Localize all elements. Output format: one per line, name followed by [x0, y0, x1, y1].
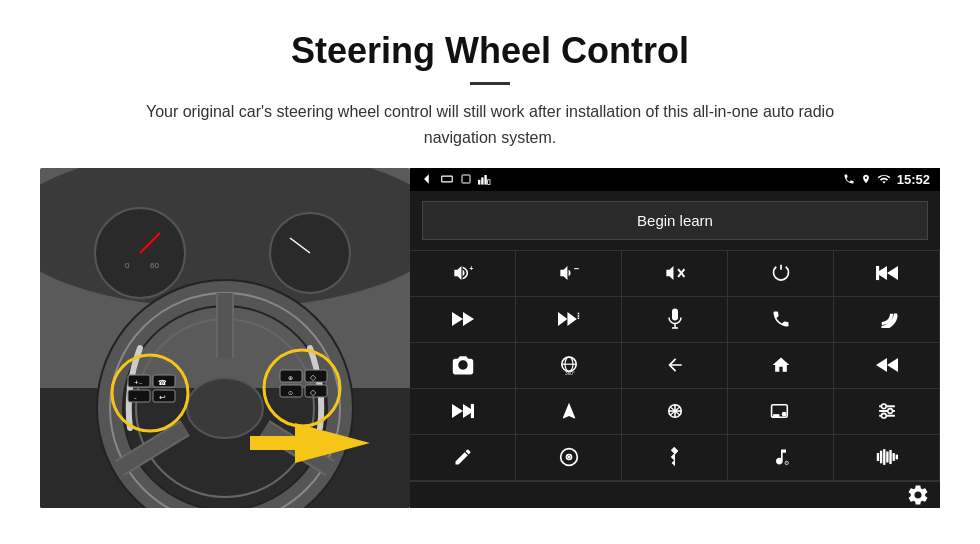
signal-icon: [478, 173, 494, 185]
recent-icon: [460, 173, 472, 185]
power-cell[interactable]: [728, 251, 834, 297]
svg-rect-47: [488, 180, 490, 185]
status-bar: 15:52: [410, 168, 940, 191]
skip-back-cell[interactable]: [834, 343, 940, 389]
title-divider: [470, 82, 510, 85]
svg-rect-40: [250, 436, 300, 450]
svg-text:60: 60: [150, 261, 159, 270]
svg-point-65: [460, 363, 465, 368]
android-panel: 15:52 Begin learn + −: [410, 168, 940, 508]
svg-rect-62: [672, 309, 678, 321]
svg-rect-43: [462, 175, 470, 183]
gear-icon[interactable]: [906, 483, 930, 507]
hang-up-cell[interactable]: [834, 297, 940, 343]
mic-cell[interactable]: [622, 297, 728, 343]
svg-rect-97: [889, 450, 891, 464]
svg-text:◇: ◇: [310, 388, 317, 397]
svg-text:⚙: ⚙: [784, 461, 789, 467]
settings-bar: [410, 481, 940, 508]
vol-mute-cell[interactable]: [622, 251, 728, 297]
media-cell[interactable]: [728, 389, 834, 435]
view-360-cell[interactable]: 360°: [516, 343, 622, 389]
bluetooth-cell[interactable]: [622, 435, 728, 481]
home-cell[interactable]: [728, 343, 834, 389]
svg-text:360°: 360°: [565, 371, 575, 376]
svg-rect-42: [442, 177, 453, 183]
svg-point-91: [567, 456, 570, 459]
svg-rect-93: [876, 453, 878, 461]
phone-cell[interactable]: [728, 297, 834, 343]
svg-text:◇: ◇: [310, 373, 317, 382]
svg-text:⊕: ⊕: [288, 375, 293, 381]
svg-rect-44: [478, 180, 480, 185]
svg-marker-72: [452, 404, 463, 418]
svg-rect-37: [305, 385, 327, 397]
svg-marker-52: [887, 266, 898, 280]
skip-fwd-cell[interactable]: [410, 389, 516, 435]
location-icon: [861, 173, 871, 185]
svg-rect-98: [892, 453, 894, 461]
svg-point-82: [781, 412, 786, 417]
svg-rect-33: [305, 370, 327, 382]
begin-learn-area: Begin learn: [410, 191, 940, 250]
phone-status-icon: [843, 173, 855, 185]
svg-text:~: ~: [139, 380, 143, 386]
back-arrow-cell[interactable]: [622, 343, 728, 389]
disc-cell[interactable]: [516, 435, 622, 481]
vol-up-cell[interactable]: +: [410, 251, 516, 297]
navigate-cell[interactable]: [516, 389, 622, 435]
svg-text:0: 0: [125, 261, 130, 270]
svg-marker-58: [567, 312, 576, 326]
svg-point-88: [881, 414, 886, 419]
vol-down-cell[interactable]: −: [516, 251, 622, 297]
content-area: 0 60: [40, 168, 940, 508]
svg-point-87: [887, 409, 892, 414]
prev-track-cell[interactable]: [834, 251, 940, 297]
svg-rect-81: [773, 414, 779, 417]
svg-text:−: −: [573, 264, 579, 274]
svg-point-19: [187, 378, 263, 438]
svg-rect-74: [470, 404, 473, 418]
settings2-cell[interactable]: [834, 389, 940, 435]
status-left: [420, 172, 494, 186]
svg-rect-24: [128, 390, 150, 402]
pen-cell[interactable]: [410, 435, 516, 481]
svg-rect-45: [481, 178, 483, 185]
title-section: Steering Wheel Control Your original car…: [40, 30, 940, 150]
svg-marker-56: [463, 312, 474, 326]
svg-text:-: -: [134, 393, 137, 402]
wifi-icon: [877, 174, 891, 185]
waveform-cell[interactable]: [834, 435, 940, 481]
page-title: Steering Wheel Control: [40, 30, 940, 72]
music-cell[interactable]: ⚙: [728, 435, 834, 481]
icon-grid: + −: [410, 250, 940, 481]
svg-text:↩: ↩: [159, 393, 166, 402]
svg-text:+: +: [469, 265, 473, 272]
svg-text:⊙: ⊙: [288, 390, 293, 396]
page-subtitle: Your original car's steering wheel contr…: [140, 99, 840, 150]
svg-rect-96: [886, 452, 888, 463]
svg-marker-70: [887, 358, 898, 372]
equalizer-cell[interactable]: [622, 389, 728, 435]
next-track-cell[interactable]: [410, 297, 516, 343]
steering-wheel-image: 0 60: [40, 168, 410, 508]
begin-learn-button[interactable]: Begin learn: [422, 201, 928, 240]
svg-marker-57: [558, 312, 567, 326]
svg-rect-94: [879, 451, 881, 464]
svg-marker-55: [452, 312, 463, 326]
back-icon: [420, 172, 434, 186]
status-right: 15:52: [843, 172, 930, 187]
svg-rect-46: [484, 175, 486, 185]
home-status-icon: [440, 174, 454, 184]
page-wrapper: Steering Wheel Control Your original car…: [0, 0, 980, 528]
svg-point-86: [881, 404, 886, 409]
camera-cell[interactable]: [410, 343, 516, 389]
svg-rect-95: [883, 449, 885, 465]
svg-marker-41: [424, 175, 429, 184]
fast-fwd-cell[interactable]: [516, 297, 622, 343]
time-display: 15:52: [897, 172, 930, 187]
svg-marker-71: [876, 358, 887, 372]
svg-text:☎: ☎: [158, 379, 167, 386]
svg-rect-99: [895, 455, 897, 460]
